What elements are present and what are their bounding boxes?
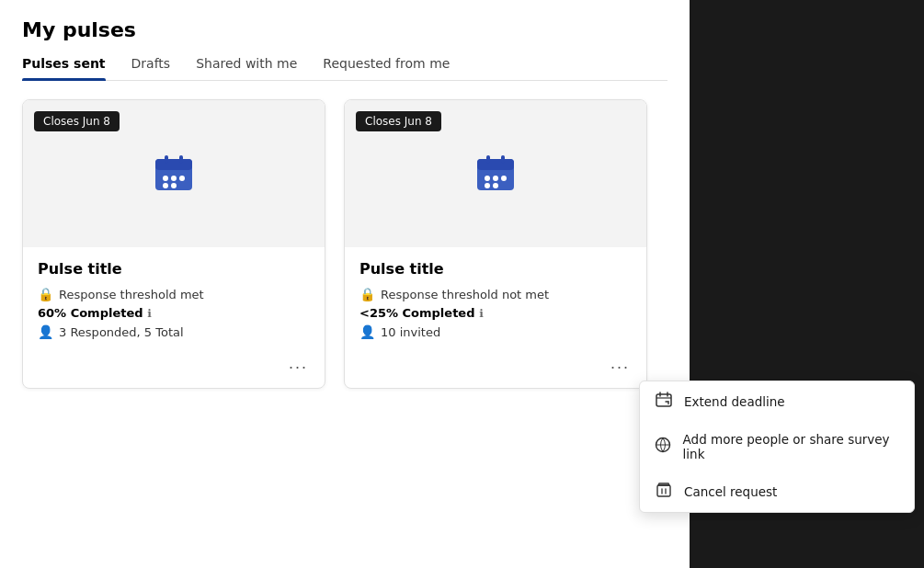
- svg-point-14: [485, 183, 490, 188]
- info-icon-1[interactable]: ℹ: [148, 307, 153, 320]
- page-title: My pulses: [22, 18, 667, 41]
- info-icon-2[interactable]: ℹ: [479, 307, 484, 320]
- svg-point-2: [163, 176, 168, 181]
- extend-deadline-icon: [655, 392, 673, 412]
- svg-rect-18: [656, 394, 671, 406]
- calendar-icon-2: [475, 153, 516, 194]
- svg-point-13: [501, 176, 507, 181]
- svg-rect-17: [501, 155, 505, 164]
- card-2-footer: ···: [345, 350, 646, 388]
- card-1-responded: 👤 3 Responded, 5 Total: [38, 324, 310, 339]
- add-people-label: Add more people or share survey link: [683, 432, 899, 461]
- people-icon-2: 👤: [359, 324, 375, 339]
- tab-requested-from-me[interactable]: Requested from me: [323, 56, 450, 80]
- card-1-image: Closes Jun 8: [23, 100, 325, 247]
- svg-point-3: [171, 176, 177, 181]
- svg-point-4: [179, 176, 185, 181]
- context-add-people[interactable]: Add more people or share survey link: [640, 422, 914, 471]
- card-2-title: Pulse title: [359, 260, 632, 278]
- pulse-card-1: Closes Jun 8 Pulse title 🔒 Resp: [22, 99, 325, 389]
- main-area: My pulses Pulses sent Drafts Shared with…: [0, 0, 690, 407]
- svg-rect-1: [155, 159, 192, 170]
- card-2-completion: <25% Completed ℹ: [359, 306, 632, 320]
- context-extend-deadline[interactable]: Extend deadline: [640, 381, 914, 422]
- card-2-body: Pulse title 🔒 Response threshold not met…: [345, 247, 646, 350]
- svg-rect-26: [657, 485, 670, 496]
- card-2-badge: Closes Jun 8: [356, 111, 441, 131]
- add-people-icon: [655, 437, 672, 457]
- svg-point-12: [493, 176, 498, 181]
- tab-drafts[interactable]: Drafts: [131, 56, 171, 80]
- card-1-badge: Closes Jun 8: [34, 111, 120, 131]
- card-1-body: Pulse title 🔒 Response threshold met 60%…: [23, 247, 325, 350]
- pulse-card-2: Closes Jun 8 Pulse title 🔒 Resp: [344, 99, 647, 389]
- svg-point-5: [163, 183, 168, 188]
- card-1-threshold: 🔒 Response threshold met: [38, 287, 310, 301]
- card-1-completion: 60% Completed ℹ: [38, 306, 310, 320]
- svg-rect-7: [165, 155, 168, 164]
- threshold-icon-1: 🔒: [38, 287, 53, 301]
- context-menu: Extend deadline Add more people or share…: [639, 381, 915, 513]
- tabs-bar: Pulses sent Drafts Shared with me Reques…: [22, 56, 667, 81]
- card-1-title: Pulse title: [38, 260, 310, 278]
- svg-rect-8: [179, 155, 183, 164]
- svg-rect-10: [477, 159, 514, 170]
- card-1-footer: ···: [23, 350, 325, 388]
- svg-point-15: [493, 183, 498, 188]
- card-2-threshold: 🔒 Response threshold not met: [359, 287, 632, 301]
- svg-point-6: [171, 183, 177, 188]
- card-2-more-button[interactable]: ···: [605, 356, 635, 379]
- cards-container: Closes Jun 8 Pulse title 🔒 Resp: [22, 99, 667, 389]
- context-cancel-request[interactable]: Cancel request: [640, 471, 914, 512]
- threshold-icon-2: 🔒: [359, 287, 375, 301]
- cancel-request-label: Cancel request: [684, 484, 777, 499]
- card-2-image: Closes Jun 8: [345, 100, 646, 247]
- tab-pulses-sent[interactable]: Pulses sent: [22, 56, 106, 80]
- people-icon-1: 👤: [38, 324, 53, 339]
- svg-rect-16: [486, 155, 490, 164]
- cancel-request-icon: [655, 482, 673, 502]
- card-2-invited: 👤 10 invited: [359, 324, 632, 339]
- calendar-icon-1: [154, 153, 194, 194]
- extend-deadline-label: Extend deadline: [684, 394, 785, 409]
- card-1-more-button[interactable]: ···: [283, 356, 314, 379]
- tab-shared-with-me[interactable]: Shared with me: [196, 56, 297, 80]
- svg-point-11: [485, 176, 490, 181]
